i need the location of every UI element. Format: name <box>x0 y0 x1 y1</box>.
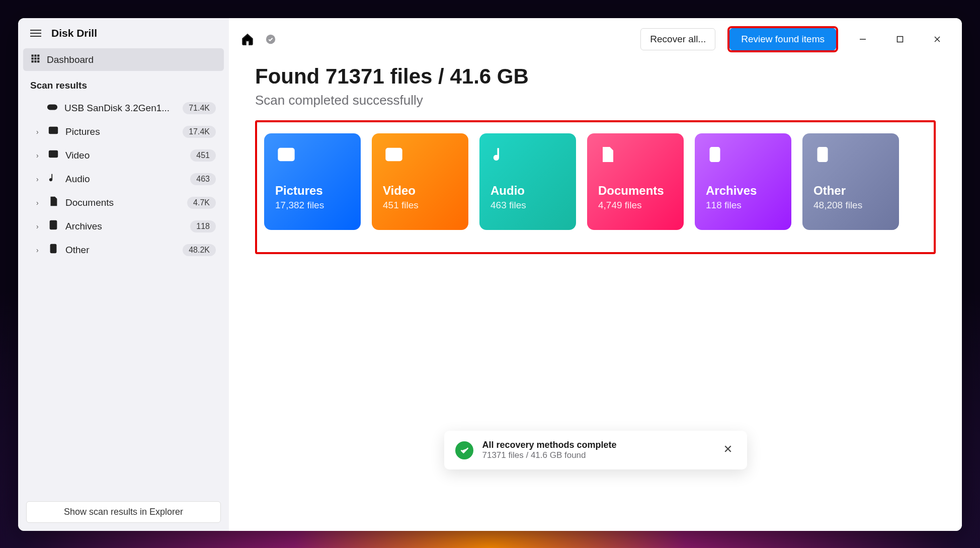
svg-rect-4 <box>34 57 36 59</box>
video-icon <box>47 148 59 162</box>
card-subtitle: 451 files <box>383 200 457 211</box>
check-circle-icon <box>455 441 473 459</box>
close-button[interactable] <box>925 30 950 48</box>
svg-rect-7 <box>34 60 36 62</box>
sidebar-item-count: 17.4K <box>183 126 216 138</box>
hamburger-icon[interactable] <box>30 30 41 37</box>
svg-rect-8 <box>37 60 39 62</box>
toast-title: All recovery methods complete <box>482 440 711 450</box>
topbar: Recover all... Review found items <box>229 18 962 60</box>
svg-rect-6 <box>32 60 34 62</box>
card-subtitle: 118 files <box>706 200 780 211</box>
sidebar-footer: Show scan results in Explorer <box>18 493 229 531</box>
card-title: Documents <box>598 184 673 198</box>
toast-subtitle: 71371 files / 41.6 GB found <box>482 450 711 460</box>
sidebar-item-pictures[interactable]: › Pictures 17.4K <box>23 120 224 143</box>
app-window: Disk Drill Dashboard Scan results USB Sa… <box>18 18 962 531</box>
audio-icon <box>491 144 565 165</box>
show-in-explorer-button[interactable]: Show scan results in Explorer <box>26 501 221 523</box>
toast-notification: All recovery methods complete 71371 file… <box>444 431 747 469</box>
recover-all-button[interactable]: Recover all... <box>640 28 715 50</box>
sidebar-item-audio[interactable]: › Audio 463 <box>23 167 224 191</box>
card-subtitle: 17,382 files <box>275 200 350 211</box>
svg-rect-9 <box>48 105 57 109</box>
archive-icon <box>706 144 780 165</box>
svg-point-19 <box>53 226 54 228</box>
picture-icon <box>47 125 59 138</box>
main-panel: Recover all... Review found items Found … <box>229 18 962 531</box>
cards-highlight-annotation: Pictures 17,382 files Video 451 files Au… <box>255 120 936 254</box>
card-video[interactable]: Video 451 files <box>372 133 468 230</box>
sidebar-item-label: Dashboard <box>47 54 94 65</box>
sidebar-item-archives[interactable]: › Archives 118 <box>23 214 224 238</box>
document-icon <box>598 144 673 165</box>
svg-rect-2 <box>37 55 39 57</box>
card-audio[interactable]: Audio 463 files <box>479 133 576 230</box>
usb-drive-icon <box>46 101 58 115</box>
card-archives[interactable]: Archives 118 files <box>695 133 791 230</box>
audio-icon <box>47 172 59 186</box>
archive-icon <box>47 219 59 233</box>
file-icon <box>813 144 888 165</box>
content: Found 71371 files / 41.6 GB Scan complet… <box>229 60 962 254</box>
sidebar-item-count: 463 <box>190 173 216 185</box>
sidebar-item-label: Other <box>65 245 177 256</box>
sidebar-item-count: 451 <box>190 149 216 162</box>
sidebar-item-documents[interactable]: › Documents 4.7K <box>23 191 224 214</box>
sidebar-item-label: USB SanDisk 3.2Gen1... <box>64 103 177 114</box>
sidebar: Disk Drill Dashboard Scan results USB Sa… <box>18 18 229 531</box>
maximize-button[interactable] <box>887 30 913 48</box>
card-subtitle: 463 files <box>491 200 565 211</box>
video-icon <box>383 144 457 165</box>
chevron-right-icon: › <box>36 128 41 136</box>
svg-point-43 <box>714 156 716 159</box>
document-icon <box>47 196 59 209</box>
minimize-button[interactable] <box>850 30 875 48</box>
sidebar-item-count: 4.7K <box>187 197 216 209</box>
card-title: Audio <box>491 184 565 198</box>
sidebar-item-video[interactable]: › Video 451 <box>23 143 224 167</box>
svg-rect-5 <box>37 57 39 59</box>
card-documents[interactable]: Documents 4,749 files <box>587 133 684 230</box>
chevron-right-icon: › <box>36 175 41 183</box>
sidebar-item-label: Video <box>65 150 184 161</box>
chevron-right-icon: › <box>36 151 41 160</box>
file-icon <box>47 243 59 257</box>
card-title: Other <box>813 184 888 198</box>
sidebar-header: Disk Drill <box>18 18 229 48</box>
sidebar-item-label: Audio <box>65 174 184 185</box>
chevron-right-icon: › <box>36 222 41 230</box>
sidebar-item-usb[interactable]: USB SanDisk 3.2Gen1... 71.4K <box>23 96 224 120</box>
sidebar-item-label: Pictures <box>65 126 177 137</box>
card-pictures[interactable]: Pictures 17,382 files <box>264 133 361 230</box>
home-icon[interactable] <box>241 33 254 46</box>
check-circle-icon[interactable] <box>265 34 276 45</box>
sidebar-item-count: 48.2K <box>183 244 216 256</box>
card-title: Archives <box>706 184 780 198</box>
review-found-items-button[interactable]: Review found items <box>729 28 836 50</box>
card-title: Pictures <box>275 184 350 198</box>
card-subtitle: 48,208 files <box>813 200 888 211</box>
page-title: Found 71371 files / 41.6 GB <box>255 64 936 89</box>
picture-icon <box>275 144 350 165</box>
sidebar-item-dashboard[interactable]: Dashboard <box>23 48 224 71</box>
svg-rect-1 <box>34 55 36 57</box>
grid-icon <box>30 53 40 66</box>
highlight-annotation: Review found items <box>727 26 838 52</box>
sidebar-item-label: Archives <box>65 221 184 232</box>
card-other[interactable]: Other 48,208 files <box>802 133 899 230</box>
svg-rect-0 <box>32 55 34 57</box>
card-title: Video <box>383 184 457 198</box>
svg-rect-3 <box>32 57 34 59</box>
chevron-right-icon: › <box>36 199 41 207</box>
sidebar-section-scan-results: Scan results <box>18 73 229 96</box>
page-subtitle: Scan completed successfully <box>255 93 936 108</box>
app-title: Disk Drill <box>51 27 97 39</box>
sidebar-item-label: Documents <box>65 197 181 208</box>
chevron-right-icon: › <box>36 246 41 254</box>
sidebar-item-count: 71.4K <box>183 102 216 114</box>
sidebar-item-count: 118 <box>190 220 216 232</box>
toast-close-button[interactable] <box>720 443 736 457</box>
svg-rect-26 <box>897 37 903 42</box>
sidebar-item-other[interactable]: › Other 48.2K <box>23 238 224 262</box>
